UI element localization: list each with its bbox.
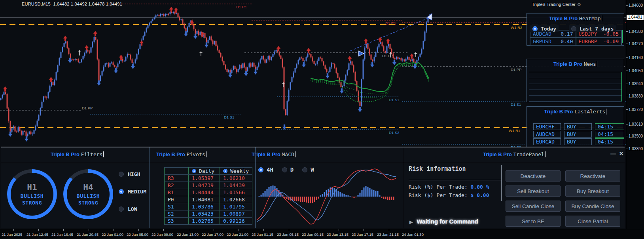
radio-icon[interactable] — [119, 206, 124, 212]
alert-time: 04:15 — [595, 131, 624, 138]
time-tick-label: 21 Jan 12:45 — [27, 232, 48, 237]
symbol-label: EURUSD,M15 — [22, 2, 51, 6]
news-row — [529, 90, 621, 96]
svg-text:D1 PP: D1 PP — [82, 106, 93, 110]
price-tick-label: 1.04270 — [629, 42, 643, 46]
news-row — [529, 84, 621, 90]
price-tick-label: 1.03610 — [629, 122, 643, 126]
price-tick-label: 1.03390 — [629, 147, 643, 151]
buy-candle-close-button[interactable]: Buy Candle Close — [565, 201, 620, 212]
gauge-bias: BULLISH — [77, 193, 100, 199]
gauge-bias: BULLISH — [21, 193, 44, 199]
buy-breakout-button[interactable]: Buy Breakout — [565, 185, 620, 197]
heatmap-panel: Triple B Pro HeatMap TodayLast 7 days AU… — [527, 13, 624, 46]
news-row — [529, 96, 621, 102]
filters-title: Triple B Pro Filters — [51, 151, 104, 157]
svg-text:D1 PP: D1 PP — [511, 67, 521, 72]
gauge-timeframe: H4 — [83, 183, 93, 192]
heatmap-cell: GBPUSD0.40 — [530, 38, 576, 45]
filter-option-high[interactable]: HIGH — [119, 171, 140, 177]
radio-icon[interactable] — [571, 26, 576, 31]
svg-text:W1 R1: W1 R1 — [509, 128, 520, 133]
svg-text:D1 S1: D1 S1 — [511, 102, 521, 107]
high-value: 1.04492 — [71, 2, 87, 6]
close-icon[interactable]: ✕ — [619, 151, 623, 157]
price-tick-label: 1.04160 — [629, 55, 643, 60]
pivot-row: R31.053971.06210 — [165, 175, 252, 182]
reactivate-button[interactable]: Reactivate — [565, 170, 620, 182]
pivot-header-row: DailyWeekly — [165, 168, 252, 175]
time-tick-label: 23 Jan 05:15 — [277, 232, 299, 237]
heatmap-cell: EURGBP-0.09 — [576, 38, 622, 45]
news-accent-bar — [621, 72, 622, 101]
tradepanel-title: Triple B Pro TradePanel — [483, 151, 546, 157]
pivot-row: R11.044441.03566 — [165, 189, 252, 196]
price-tick-label: 1.03940 — [629, 82, 643, 86]
risk-info-title: Risk information — [409, 165, 466, 172]
current-price-badge: 1.04491 — [627, 15, 644, 20]
time-tick-label: 22 Jan 13:00 — [177, 232, 199, 237]
news-list — [529, 72, 621, 102]
last-alerts-panel: Triple B Pro LastAlerts EURCHFBUY04:15AU… — [527, 106, 624, 150]
heatmap-tabs: TodayLast 7 days — [530, 25, 616, 32]
alert-symbol: EURCHF — [533, 123, 561, 130]
price-tick-label: 1.04600 — [629, 3, 643, 8]
price-tick-label: 1.04050 — [629, 69, 643, 73]
radio-icon[interactable] — [223, 169, 227, 173]
time-tick-label: 22 Jan 01:00 — [102, 232, 123, 237]
svg-text:D1 S1: D1 S1 — [224, 115, 234, 119]
close-value: 1.04491 — [106, 2, 122, 6]
time-tick-label: 22 Jan 05:00 — [127, 232, 148, 237]
pivot-row: S11.037861.01795 — [165, 203, 252, 210]
heatmap-accent-bar — [622, 30, 623, 43]
svg-text:W1 R2: W1 R2 — [511, 25, 522, 30]
time-tick-label: 24 Jan 01:30 — [402, 232, 424, 237]
radio-icon[interactable] — [119, 189, 124, 194]
price-tick-label: 1.03830 — [629, 94, 643, 98]
pivot-table: DailyWeeklyR31.053971.06210R21.047391.04… — [164, 167, 252, 225]
filter-option-low[interactable]: LOW — [119, 206, 137, 212]
filter-option-medium[interactable]: MEDIUM — [119, 189, 146, 195]
sell-breakout-button[interactable]: Sell Breakout — [506, 185, 561, 197]
panel-name: LastAlerts — [574, 109, 606, 115]
set-to-be-button[interactable]: Set to BE — [506, 216, 561, 227]
h4-gauge: H4 BULLISH STRONG — [63, 169, 113, 219]
time-tick-label: 22 Jan 17:00 — [202, 232, 224, 237]
time-tick-label: 23 Jan 09:15 — [302, 232, 324, 237]
alert-time: 04:15 — [595, 138, 624, 145]
price-tick-label: 1.04380 — [629, 29, 643, 34]
alert-action: BUY — [564, 123, 592, 130]
smiley-icon: ☺ — [577, 2, 581, 7]
status-arrow-icon: ▶ — [409, 220, 413, 224]
news-row — [529, 78, 621, 84]
indicator-dock-window: Triple B Pro Filters Triple B Pro Pivots… — [1, 147, 625, 228]
price-tick-label: 1.03500 — [629, 134, 643, 138]
alerts-title: Triple B Pro LastAlerts — [527, 107, 624, 116]
close-partial-button[interactable]: Close Partial — [565, 216, 620, 227]
time-axis[interactable]: 21 Jan 202521 Jan 12:4521 Jan 16:4521 Ja… — [0, 229, 644, 239]
macd-chart — [255, 164, 401, 229]
svg-text:D1 S2: D1 S2 — [389, 130, 399, 135]
heatmap-tab-last-7-days[interactable]: Last 7 days — [569, 25, 616, 32]
divider — [501, 165, 502, 201]
heatmap-tab-today[interactable]: Today — [530, 25, 559, 32]
time-tick-label: 23 Jan 13:15 — [327, 232, 349, 237]
radio-icon[interactable] — [119, 172, 124, 177]
brand-label: Triple B Pro — [544, 109, 573, 115]
broker-title: TripleB Trading Center ☺ — [532, 2, 581, 7]
pivot-row: S31.027650.99126 — [165, 218, 252, 225]
pivots-title: Triple B Pro Pivots — [156, 151, 206, 157]
deactivate-button[interactable]: Deactivate — [506, 170, 561, 182]
minimize-icon[interactable]: — — [610, 151, 616, 157]
price-axis[interactable]: 1.04491 0 0 1.046001.043801.042701.04160… — [626, 0, 644, 229]
h1-gauge: H1 BULLISH STRONG — [7, 169, 57, 219]
alert-action: BUY — [564, 131, 592, 138]
brand-label: Triple B Pro — [553, 61, 582, 67]
sell-candle-close-button[interactable]: Sell Candle Close — [506, 201, 561, 212]
symbol-ohlc-header: EURUSD,M15 1.04482 1.04492 1.04478 1.044… — [22, 2, 122, 6]
gauge-timeframe: H1 — [27, 183, 37, 192]
risk-dollar-row: Risk ($) Per Trade: $ 0.00 — [409, 192, 489, 198]
radio-icon[interactable] — [192, 169, 196, 173]
radio-icon[interactable] — [532, 26, 538, 31]
status-message: ▶Waiting for Command — [409, 218, 478, 225]
